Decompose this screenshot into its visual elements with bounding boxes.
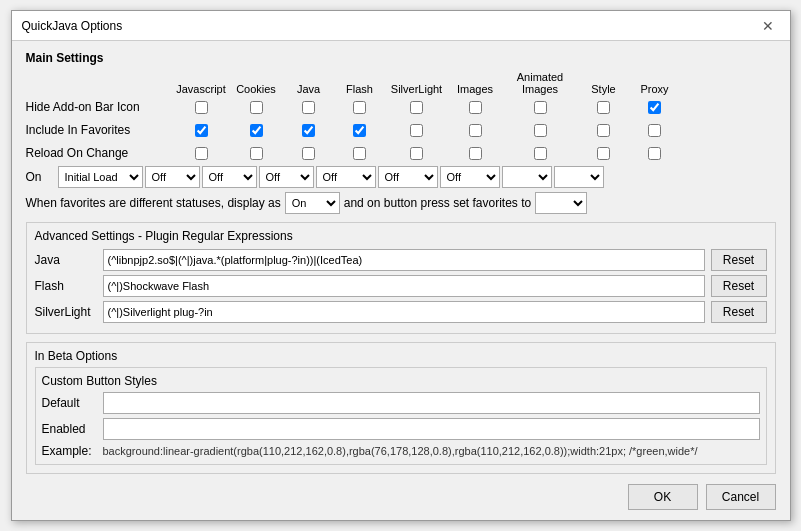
cb-images-reload[interactable] <box>448 147 503 160</box>
cb-images-hide[interactable] <box>448 101 503 114</box>
select-favorites-press[interactable]: On Off <box>535 192 587 214</box>
col-header-style: Style <box>578 83 630 95</box>
beta-example-text: background:linear-gradient(rgba(110,212,… <box>103 445 760 457</box>
check-proxy-reload[interactable] <box>648 147 661 160</box>
check-images-fav[interactable] <box>469 124 482 137</box>
col-header-cookies: Cookies <box>229 83 284 95</box>
reset-java-button[interactable]: Reset <box>711 249 767 271</box>
cb-proxy-fav[interactable] <box>630 124 680 137</box>
cb-proxy-hide[interactable] <box>630 101 680 114</box>
check-js-fav[interactable] <box>195 124 208 137</box>
select-off-java[interactable]: Off On <box>259 166 314 188</box>
cb-animated-fav[interactable] <box>503 124 578 137</box>
reset-silverlight-button[interactable]: Reset <box>711 301 767 323</box>
cb-silverlight-reload[interactable] <box>386 147 448 160</box>
cb-flash-reload[interactable] <box>334 147 386 160</box>
adv-row-silverlight: SilverLight Reset <box>35 301 767 323</box>
cb-silverlight-hide[interactable] <box>386 101 448 114</box>
check-proxy-fav[interactable] <box>648 124 661 137</box>
select-off-js[interactable]: Off On <box>145 166 200 188</box>
check-style-fav[interactable] <box>597 124 610 137</box>
row-label-reload: Reload On Change <box>26 146 174 160</box>
select-favorites-display[interactable]: On Off <box>285 192 340 214</box>
beta-input-default[interactable] <box>103 392 760 414</box>
advanced-settings-section: Advanced Settings - Plugin Regular Expre… <box>26 222 776 334</box>
check-silverlight-reload[interactable] <box>410 147 423 160</box>
cb-style-reload[interactable] <box>578 147 630 160</box>
check-images-reload[interactable] <box>469 147 482 160</box>
custom-btn-title: Custom Button Styles <box>42 374 760 388</box>
cancel-button[interactable]: Cancel <box>706 484 776 510</box>
select-off-animated[interactable]: Off On <box>440 166 500 188</box>
check-style-reload[interactable] <box>597 147 610 160</box>
check-images-hide[interactable] <box>469 101 482 114</box>
cb-flash-fav[interactable] <box>334 124 386 137</box>
cb-animated-hide[interactable] <box>503 101 578 114</box>
row-label-hide-addon: Hide Add-on Bar Icon <box>26 100 174 114</box>
cb-java-hide[interactable] <box>284 101 334 114</box>
cb-animated-reload[interactable] <box>503 147 578 160</box>
check-cookies-reload[interactable] <box>250 147 263 160</box>
on-row: On Initial Load Off Off On Off On Off On <box>26 166 776 188</box>
title-bar: QuickJava Options ✕ <box>12 11 790 41</box>
select-initial-load[interactable]: Initial Load Off <box>58 166 143 188</box>
adv-input-silverlight[interactable] <box>103 301 705 323</box>
check-java-fav[interactable] <box>302 124 315 137</box>
cb-cookies-hide[interactable] <box>229 101 284 114</box>
col-header-animated: Animated Images <box>503 71 578 95</box>
cb-cookies-reload[interactable] <box>229 147 284 160</box>
on-label: On <box>26 170 56 184</box>
select-blank-style[interactable] <box>502 166 552 188</box>
check-proxy-hide[interactable] <box>648 101 661 114</box>
col-header-images: Images <box>448 83 503 95</box>
check-animated-hide[interactable] <box>534 101 547 114</box>
beta-example-label: Example: <box>42 444 97 458</box>
check-flash-fav[interactable] <box>353 124 366 137</box>
col-header-java: Java <box>284 83 334 95</box>
cb-java-reload[interactable] <box>284 147 334 160</box>
check-cookies-fav[interactable] <box>250 124 263 137</box>
check-silverlight-fav[interactable] <box>410 124 423 137</box>
cb-style-fav[interactable] <box>578 124 630 137</box>
check-java-hide[interactable] <box>302 101 315 114</box>
cb-java-fav[interactable] <box>284 124 334 137</box>
favorites-text2: and on button press set favorites to <box>344 196 531 210</box>
check-style-hide[interactable] <box>597 101 610 114</box>
ok-button[interactable]: OK <box>628 484 698 510</box>
cb-style-hide[interactable] <box>578 101 630 114</box>
check-java-reload[interactable] <box>302 147 315 160</box>
check-js-reload[interactable] <box>195 147 208 160</box>
adv-input-flash[interactable] <box>103 275 705 297</box>
check-flash-hide[interactable] <box>353 101 366 114</box>
check-flash-reload[interactable] <box>353 147 366 160</box>
adv-label-flash: Flash <box>35 279 97 293</box>
main-settings-title: Main Settings <box>26 51 776 65</box>
cb-js-hide[interactable] <box>174 101 229 114</box>
check-animated-fav[interactable] <box>534 124 547 137</box>
cb-js-reload[interactable] <box>174 147 229 160</box>
col-header-flash: Flash <box>334 83 386 95</box>
select-blank-proxy[interactable] <box>554 166 604 188</box>
select-off-flash[interactable]: Off On <box>316 166 376 188</box>
row-label-include-fav: Include In Favorites <box>26 123 174 137</box>
select-off-silverlight[interactable]: Off On <box>378 166 438 188</box>
close-button[interactable]: ✕ <box>756 17 780 35</box>
beta-title: In Beta Options <box>35 349 767 363</box>
check-cookies-hide[interactable] <box>250 101 263 114</box>
reset-flash-button[interactable]: Reset <box>711 275 767 297</box>
cb-js-fav[interactable] <box>174 124 229 137</box>
cb-cookies-fav[interactable] <box>229 124 284 137</box>
beta-example-row: Example: background:linear-gradient(rgba… <box>42 444 760 458</box>
adv-input-java[interactable] <box>103 249 705 271</box>
cb-proxy-reload[interactable] <box>630 147 680 160</box>
check-js-hide[interactable] <box>195 101 208 114</box>
check-animated-reload[interactable] <box>534 147 547 160</box>
select-off-cookies[interactable]: Off On <box>202 166 257 188</box>
cb-images-fav[interactable] <box>448 124 503 137</box>
beta-label-default: Default <box>42 396 97 410</box>
cb-flash-hide[interactable] <box>334 101 386 114</box>
beta-input-enabled[interactable] <box>103 418 760 440</box>
check-silverlight-hide[interactable] <box>410 101 423 114</box>
col-header-silverlight: SilverLight <box>386 83 448 95</box>
cb-silverlight-fav[interactable] <box>386 124 448 137</box>
